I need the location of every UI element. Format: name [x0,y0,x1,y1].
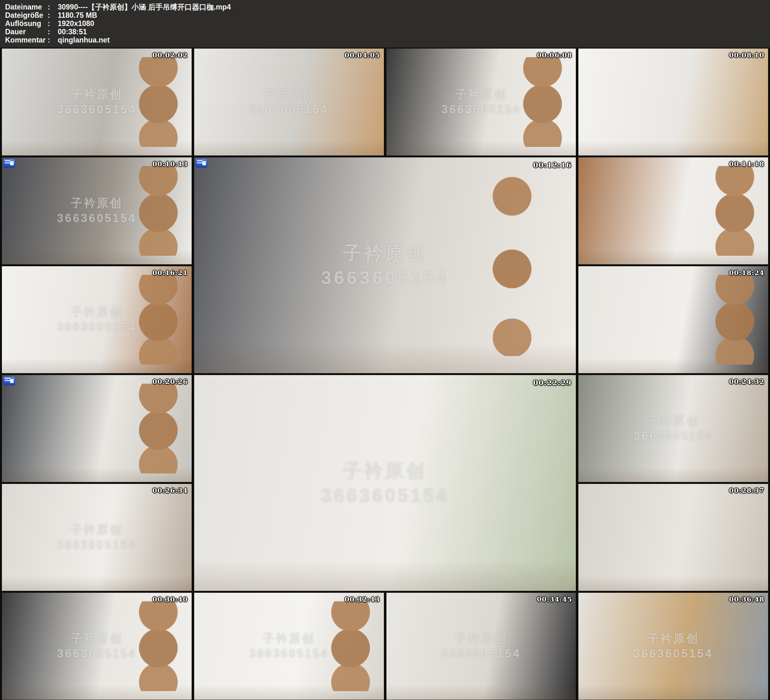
wall-circle-decor [711,275,759,365]
energy-label-badge [3,159,15,167]
video-frame-thumbnail: 子衿原创366360515400:24:32 [578,375,768,482]
video-contact-sheet: { "header": { "separator": ":", "rows": … [0,0,770,700]
watermark-line2: 3663605154 [194,265,576,290]
timestamp-overlay: 00:24:32 [729,378,764,386]
meta-label: Auflösung [5,19,48,28]
energy-label-badge [196,159,207,167]
video-frame-thumbnail: 子衿原创366360515400:34:45 [387,593,576,700]
timestamp-overlay: 00:34:45 [537,595,572,603]
timestamp-overlay: 00:36:48 [729,595,764,603]
watermark-line1: 子衿原创 [194,240,576,265]
video-frame-thumbnail: 子衿原创366360515400:32:43 [194,593,384,700]
timestamp-overlay: 00:14:18 [729,160,764,168]
meta-label: Kommentar [5,36,48,44]
meta-colon: : [48,19,58,28]
watermark-line2: 3663605154 [194,647,384,662]
watermark-line2: 3663605154 [2,102,192,118]
video-frame-thumbnail: 子衿原创366360515400:12:16 [194,157,576,373]
watermark-line1: 子衿原创 [578,631,768,647]
watermark-line1: 子衿原创 [578,413,768,429]
meta-label: Dauer [5,28,48,36]
watermark-line1: 子衿原创 [387,87,576,102]
video-frame-thumbnail: 00:28:37 [578,484,768,591]
watermark-text: 子衿原创3663605154 [194,631,384,662]
watermark-line2: 3663605154 [387,647,576,662]
video-frame-thumbnail: 00:18:24 [578,266,768,373]
watermark-text: 子衿原创3663605154 [194,458,576,508]
watermark-line1: 子衿原创 [194,87,384,102]
video-frame-thumbnail: 子衿原创366360515400:26:34 [2,484,192,591]
watermark-line2: 3663605154 [194,102,384,118]
meta-row-resolution: Auflösung:1920x1080 [5,19,770,28]
timestamp-overlay: 00:08:10 [729,51,764,59]
wall-circle-decor [711,166,759,256]
meta-colon: : [48,36,58,44]
video-frame-thumbnail: 子衿原创366360515400:04:05 [194,49,384,156]
watermark-line1: 子衿原创 [2,304,192,320]
watermark-text: 子衿原创3663605154 [578,631,768,662]
video-frame-thumbnail: 子衿原创366360515400:06:08 [387,49,576,156]
filename-value: 30990----【子衿原创】小涵 后手吊缚开口器口枷.mp4 [58,3,770,11]
watermark-line2: 3663605154 [2,647,192,662]
watermark-text: 子衿原创3663605154 [578,413,768,444]
file-metadata-header: Dateiname:30990----【子衿原创】小涵 后手吊缚开口器口枷.mp… [0,0,770,48]
timestamp-overlay: 00:10:13 [153,160,188,168]
watermark-text: 子衿原创3663605154 [2,196,192,226]
watermark-text: 子衿原创3663605154 [2,304,192,335]
meta-row-filename: Dateiname:30990----【子衿原创】小涵 后手吊缚开口器口枷.mp… [5,3,770,11]
watermark-text: 子衿原创3663605154 [2,87,192,117]
watermark-line1: 子衿原创 [2,522,192,538]
timestamp-overlay: 00:22:29 [533,378,571,387]
watermark-text: 子衿原创3663605154 [194,240,576,290]
watermark-text: 子衿原创3663605154 [387,631,576,662]
watermark-text: 子衿原创3663605154 [194,87,384,117]
watermark-line1: 子衿原创 [2,196,192,211]
timestamp-overlay: 00:06:08 [537,51,572,59]
meta-row-duration: Dauer:00:38:51 [5,28,770,36]
timestamp-overlay: 00:20:26 [153,378,188,386]
video-frame-thumbnail: 子衿原创366360515400:10:13 [2,157,192,264]
timestamp-overlay: 00:28:37 [729,486,764,494]
watermark-line2: 3663605154 [194,483,576,508]
watermark-line1: 子衿原创 [2,87,192,102]
video-frame-thumbnail: 00:20:26 [2,375,192,482]
meta-colon: : [48,11,58,19]
watermark-text: 子衿原创3663605154 [2,522,192,553]
video-frame-thumbnail: 子衿原创366360515400:30:40 [2,593,192,700]
watermark-line1: 子衿原创 [387,631,576,647]
comment-value: qinglanhua.net [58,36,770,44]
watermark-line2: 3663605154 [2,320,192,335]
watermark-text: 子衿原创3663605154 [387,87,576,117]
meta-colon: : [48,3,58,11]
video-frame-thumbnail: 子衿原创366360515400:36:48 [578,593,768,700]
meta-row-filesize: Dateigröße:1180.75 MB [5,11,770,19]
watermark-text: 子衿原创3663605154 [2,631,192,662]
timestamp-overlay: 00:32:43 [345,595,380,603]
video-frame-thumbnail: 子衿原创366360515400:16:21 [2,266,192,373]
watermark-line2: 3663605154 [387,102,576,118]
timestamp-overlay: 00:16:21 [153,269,188,277]
timestamp-overlay: 00:26:34 [153,486,188,494]
timestamp-overlay: 00:02:02 [153,51,188,59]
wall-circle-decor [134,384,182,473]
watermark-line1: 子衿原创 [194,458,576,483]
watermark-line1: 子衿原创 [2,631,192,647]
watermark-line1: 子衿原创 [194,631,384,647]
duration-value: 00:38:51 [58,28,770,36]
resolution-value: 1920x1080 [58,19,770,28]
thumbnail-grid: 子衿原创366360515400:02:02子衿原创366360515400:0… [0,48,770,700]
timestamp-overlay: 00:04:05 [345,51,380,59]
filesize-value: 1180.75 MB [58,11,770,19]
meta-label: Dateiname [5,3,48,11]
timestamp-overlay: 00:30:40 [153,595,188,603]
meta-colon: : [48,28,58,36]
meta-row-comment: Kommentar:qinglanhua.net [5,36,770,44]
video-frame-thumbnail: 子衿原创366360515400:22:29 [194,375,576,591]
watermark-line2: 3663605154 [2,538,192,553]
video-frame-thumbnail: 00:08:10 [578,49,768,156]
video-frame-thumbnail: 00:14:18 [578,157,768,264]
video-frame-thumbnail: 子衿原创366360515400:02:02 [2,49,192,156]
timestamp-overlay: 00:12:16 [533,160,571,169]
energy-label-badge [3,377,15,385]
meta-label: Dateigröße [5,11,48,19]
